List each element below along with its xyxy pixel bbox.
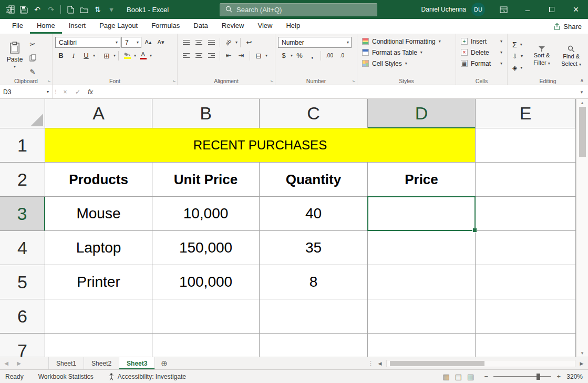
cell-b2[interactable]: Unit Price [152,163,260,197]
excel-logo-icon[interactable]: X [3,0,17,19]
sheet-nav-right-icon[interactable]: ▶ [13,357,25,369]
hscroll-right-icon[interactable]: ▶ [577,361,586,366]
column-header-a[interactable]: A [45,99,152,128]
scroll-down-icon[interactable]: ▾ [581,350,584,356]
open-folder-icon[interactable] [77,0,91,19]
row-header-2[interactable]: 2 [0,163,45,197]
cell-b7[interactable] [152,334,260,357]
accessibility-button[interactable]: Accessibility: Investigate [108,373,186,380]
borders-button[interactable]: ⊞ [101,50,112,62]
decrease-indent-button[interactable]: ⇤ [223,50,234,62]
comma-style-button[interactable]: , [306,50,318,62]
new-file-icon[interactable] [64,0,77,19]
format-painter-icon[interactable]: ✎ [27,66,38,77]
align-left-button[interactable] [180,50,192,62]
qat-customize-chevron-icon[interactable]: ▾ [105,0,118,19]
formula-bar-expand-icon[interactable]: ▾ [575,85,588,98]
accounting-chevron-icon[interactable]: ▾ [291,54,293,58]
zoom-level[interactable]: 320% [566,373,583,380]
row-header-5[interactable]: 5 [0,265,45,299]
fill-color-button[interactable] [121,50,133,62]
selected-cell-d3[interactable] [368,197,476,231]
select-all-corner[interactable] [0,99,45,128]
format-as-table-button[interactable]: Format as Table ▾ [360,47,453,58]
cell-e5[interactable] [476,265,576,299]
tab-page-layout[interactable]: Page Layout [92,19,145,34]
align-right-button[interactable] [205,50,217,62]
cell-b3[interactable]: 10,000 [152,197,260,231]
save-icon[interactable] [17,0,30,19]
user-name[interactable]: Daniel Uchenna [421,6,466,13]
minimize-button[interactable]: – [515,0,540,19]
number-dialog-launcher[interactable]: ¬ [353,78,355,83]
horizontal-scrollbar[interactable] [386,360,575,367]
tab-help[interactable]: Help [279,19,307,34]
sort-filter-button[interactable]: Sort & Filter ▾ [529,46,554,66]
sheet-tab-sheet3[interactable]: Sheet3 [119,357,155,369]
underline-chevron-icon[interactable]: ▾ [93,54,95,58]
row-header-4[interactable]: 4 [0,231,45,265]
cell-c2[interactable]: Quantity [260,163,368,197]
row-header-7[interactable]: 7 [0,334,45,357]
ribbon-display-options-icon[interactable] [491,0,515,19]
number-format-select[interactable]: Number ▾ [278,37,352,48]
insert-cells-button[interactable]: + Insert ▾ [459,36,504,47]
tab-file[interactable]: File [5,19,30,34]
cell-a6[interactable] [45,299,152,334]
search-input[interactable] [236,6,372,14]
font-dialog-launcher[interactable]: ¬ [173,78,176,83]
cell-c6[interactable] [260,299,368,334]
sheet-tab-sheet2[interactable]: Sheet2 [84,357,119,369]
cell-c3[interactable]: 40 [260,197,368,231]
cell-a2[interactable]: Products [45,163,152,197]
decrease-decimal-button[interactable]: .0 [336,50,348,62]
clipboard-dialog-launcher[interactable]: ¬ [48,78,50,83]
column-header-b[interactable]: B [152,99,260,128]
find-select-button[interactable]: Find & Select ▾ [559,45,584,67]
cell-d4[interactable] [368,231,476,265]
tab-splitter-handle[interactable]: ⋮ [368,360,374,367]
autosum-button[interactable]: Σ ▾ [510,39,525,50]
merge-center-button[interactable]: ⊟ [253,50,264,62]
cut-icon[interactable]: ✂ [27,38,38,50]
tab-review[interactable]: Review [215,19,251,34]
page-break-view-icon[interactable]: ▥ [467,372,474,381]
grow-font-button[interactable]: A▴ [142,37,154,48]
undo-icon[interactable]: ↶ [30,0,44,19]
cell-d7[interactable] [368,334,476,357]
fill-color-chevron-icon[interactable]: ▾ [134,54,136,58]
tab-view[interactable]: View [251,19,279,34]
horizontal-scrollbar-thumb[interactable] [390,361,484,366]
orientation-button[interactable]: ab [223,37,234,48]
cell-e6[interactable] [476,299,576,334]
cell-d6[interactable] [368,299,476,334]
conditional-formatting-button[interactable]: Conditional Formatting ▾ [360,36,453,47]
copy-icon[interactable] [27,52,38,64]
font-family-select[interactable]: Calibri ▾ [55,37,120,48]
cell-e7[interactable] [476,334,576,357]
vertical-scrollbar-thumb[interactable] [579,107,586,157]
avatar[interactable]: DU [471,3,485,16]
vertical-scrollbar[interactable]: ▴ ▾ [576,99,588,357]
format-cells-button[interactable]: ▦ Format ▾ [459,58,504,69]
sheet-tab-sheet1[interactable]: Sheet1 [48,357,84,369]
cell-a1-merged-title[interactable]: RECENT PURCHASES [45,128,476,163]
collapse-ribbon-icon[interactable]: ∧ [580,77,584,83]
merge-center-chevron-icon[interactable]: ▾ [265,54,267,58]
close-button[interactable]: × [564,0,588,19]
align-center-button[interactable] [193,50,204,62]
orientation-chevron-icon[interactable]: ▾ [235,41,238,45]
maximize-button[interactable] [540,0,564,19]
column-header-c[interactable]: C [260,99,368,128]
cell-c7[interactable] [260,334,368,357]
cell-e1[interactable] [476,128,576,163]
cancel-icon[interactable]: × [59,85,71,98]
fill-button[interactable]: ⇩ ▾ [510,51,525,62]
cell-a5[interactable]: Printer [45,265,152,299]
paste-button[interactable]: Paste ▾ [3,36,27,75]
font-color-button[interactable]: A [137,50,149,62]
sort-ascending-icon[interactable]: ⇅ [91,0,105,19]
bold-button[interactable]: B [55,50,67,62]
zoom-slider[interactable] [493,376,551,377]
alignment-dialog-launcher[interactable]: ¬ [271,78,273,83]
